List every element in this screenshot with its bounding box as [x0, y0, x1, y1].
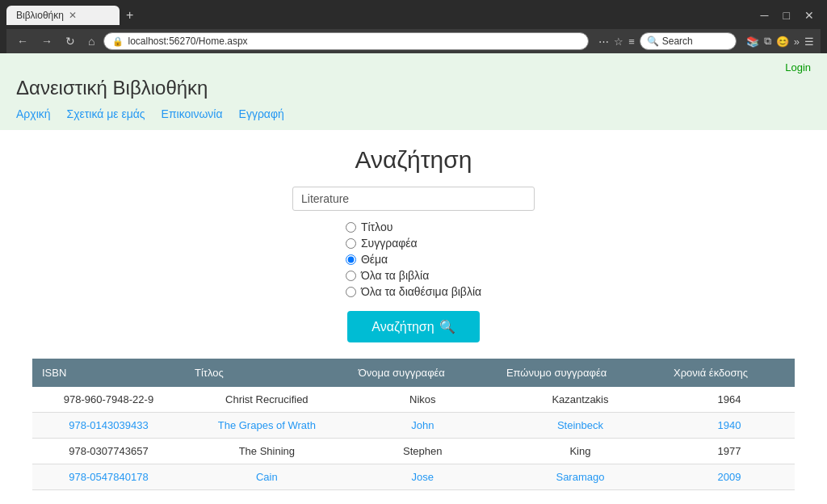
nav-bar: ← → ↻ ⌂ 🔒 localhost:56270/Home.aspx ⋯ ☆ …: [6, 29, 821, 53]
extensions-icon[interactable]: »: [794, 36, 800, 48]
tabs-icon[interactable]: ⧉: [764, 35, 771, 48]
radio-author-input[interactable]: [346, 238, 356, 249]
search-input[interactable]: [292, 187, 535, 211]
cell-last: Saramago: [497, 464, 664, 490]
home-button[interactable]: ⌂: [84, 32, 99, 50]
cell-first: Nikos: [349, 387, 497, 413]
col-isbn: ISBN: [32, 359, 185, 387]
close-button[interactable]: ✕: [798, 6, 821, 24]
browser-icons: ⋯ ☆ ≡: [598, 36, 635, 48]
title-link[interactable]: The Grapes of Wrath: [218, 419, 316, 431]
radio-title[interactable]: Τίτλου: [346, 220, 393, 233]
cell-year: 1977: [664, 439, 795, 464]
browser-search-box[interactable]: 🔍 Search: [640, 32, 737, 50]
cell-year: 1940: [664, 413, 795, 439]
nav-about[interactable]: Σχετικά με εμάς: [67, 107, 145, 120]
radio-available[interactable]: Όλα τα διαθέσιμα βιβλία: [346, 285, 481, 298]
search-button-icon: 🔍: [439, 319, 455, 334]
nav-register[interactable]: Εγγραφή: [239, 107, 284, 120]
refresh-button[interactable]: ↻: [61, 32, 79, 50]
table-row: 978-0307743657 The Shining Stephen King …: [32, 439, 795, 464]
browser-chrome: Βιβλιοθήκη ✕ + ─ □ ✕ ← → ↻ ⌂ 🔒 localhost…: [0, 0, 827, 53]
maximize-button[interactable]: □: [777, 6, 796, 24]
cell-isbn: 978-0143039433: [32, 413, 185, 439]
page: Login Δανειστική Βιβλιοθήκη Αρχική Σχετι…: [0, 53, 827, 504]
first-link[interactable]: Jose: [412, 471, 434, 483]
site-title: Δανειστική Βιβλιοθήκη: [16, 77, 811, 99]
tab-title: Βιβλιοθήκη: [16, 10, 64, 21]
window-controls: ─ □ ✕: [754, 6, 821, 24]
tab-bar: Βιβλιοθήκη ✕ + ─ □ ✕: [6, 5, 821, 26]
radio-title-label: Τίτλου: [361, 220, 393, 233]
search-button[interactable]: Αναζήτηση 🔍: [347, 311, 479, 342]
col-year: Χρονιά έκδοσης: [664, 359, 795, 387]
star-icon[interactable]: ☆: [614, 36, 623, 48]
login-link[interactable]: Login: [785, 61, 811, 74]
radio-available-input[interactable]: [346, 287, 356, 297]
isbn-link[interactable]: 978-0143039433: [69, 419, 148, 431]
cell-first: Stephen: [349, 439, 497, 464]
title-link[interactable]: Cain: [256, 471, 278, 483]
back-button[interactable]: ←: [13, 32, 32, 50]
table-row: 978-0143039433 The Grapes of Wrath John …: [32, 413, 795, 439]
minimize-button[interactable]: ─: [754, 6, 775, 24]
isbn-link[interactable]: 978-0547840178: [69, 471, 148, 483]
library-icon[interactable]: 📚: [746, 36, 759, 48]
cell-last: King: [497, 439, 664, 464]
new-tab-button[interactable]: +: [123, 5, 136, 26]
col-last-name: Επώνυμο συγγραφέα: [497, 359, 664, 387]
cell-isbn: 978-960-7948-22-9: [32, 387, 185, 413]
cell-last: Steinbeck: [497, 413, 664, 439]
bookmarks-icon[interactable]: ⋯: [598, 36, 609, 48]
cell-last: Kazantzakis: [497, 387, 664, 413]
login-bar: Login: [16, 60, 811, 77]
radio-title-input[interactable]: [346, 222, 356, 233]
first-link[interactable]: John: [411, 419, 434, 431]
active-tab[interactable]: Βιβλιοθήκη ✕: [6, 6, 120, 25]
cell-title: Cain: [185, 464, 349, 490]
nav-menu: Αρχική Σχετικά με εμάς Επικοινωνία Εγγρα…: [16, 104, 811, 124]
last-link[interactable]: Saramago: [556, 471, 604, 483]
nav-contact[interactable]: Επικοινωνία: [162, 107, 223, 120]
table-body: 978-960-7948-22-9 Christ Recrucified Nik…: [32, 387, 795, 490]
menu-icon[interactable]: ☰: [804, 36, 814, 48]
cell-title: Christ Recrucified: [185, 387, 349, 413]
search-icon: 🔍: [647, 36, 659, 47]
lock-icon: 🔒: [112, 36, 124, 47]
nav-home[interactable]: Αρχική: [16, 107, 51, 120]
emoji-icon[interactable]: 😊: [776, 36, 789, 48]
radio-subject-input[interactable]: [346, 254, 356, 265]
table-header-row: ISBN Τίτλος Όνομα συγγραφέα Επώνυμο συγγ…: [32, 359, 795, 387]
col-title: Τίτλος: [185, 359, 349, 387]
cell-title: The Grapes of Wrath: [185, 413, 349, 439]
reading-icon[interactable]: ≡: [628, 36, 635, 48]
address-bar[interactable]: 🔒 localhost:56270/Home.aspx: [103, 32, 589, 50]
radio-all-label: Όλα τα βιβλία: [361, 269, 429, 282]
tab-close-button[interactable]: ✕: [69, 10, 77, 21]
radio-subject-label: Θέμα: [361, 253, 388, 266]
cell-first: John: [349, 413, 497, 439]
site-header: Login Δανειστική Βιβλιοθήκη Αρχική Σχετι…: [0, 53, 827, 130]
radio-subject[interactable]: Θέμα: [346, 253, 388, 266]
extra-icons: 📚 ⧉ 😊 » ☰: [746, 35, 814, 48]
col-first-name: Όνομα συγγραφέα: [349, 359, 497, 387]
forward-button[interactable]: →: [37, 32, 57, 50]
radio-group: Τίτλου Συγγραφέα Θέμα Όλα τα βιβλία Όλα …: [346, 220, 481, 298]
last-link[interactable]: Steinbeck: [557, 419, 603, 431]
search-form: Τίτλου Συγγραφέα Θέμα Όλα τα βιβλία Όλα …: [16, 187, 811, 359]
table-row: 978-960-7948-22-9 Christ Recrucified Nik…: [32, 387, 795, 413]
year-link[interactable]: 1940: [718, 419, 741, 431]
radio-all-input[interactable]: [346, 271, 356, 281]
radio-author[interactable]: Συγγραφέα: [346, 237, 418, 250]
radio-all[interactable]: Όλα τα βιβλία: [346, 269, 429, 282]
cell-first: Jose: [349, 464, 497, 490]
results-table: ISBN Τίτλος Όνομα συγγραφέα Επώνυμο συγγ…: [32, 359, 795, 490]
cell-isbn: 978-0307743657: [32, 439, 185, 464]
search-placeholder: Search: [662, 36, 693, 47]
cell-isbn: 978-0547840178: [32, 464, 185, 490]
year-link[interactable]: 2009: [718, 471, 741, 483]
radio-author-label: Συγγραφέα: [361, 237, 418, 250]
search-button-label: Αναζήτηση: [372, 320, 434, 334]
table-head: ISBN Τίτλος Όνομα συγγραφέα Επώνυμο συγγ…: [32, 359, 795, 387]
cell-title: The Shining: [185, 439, 349, 464]
